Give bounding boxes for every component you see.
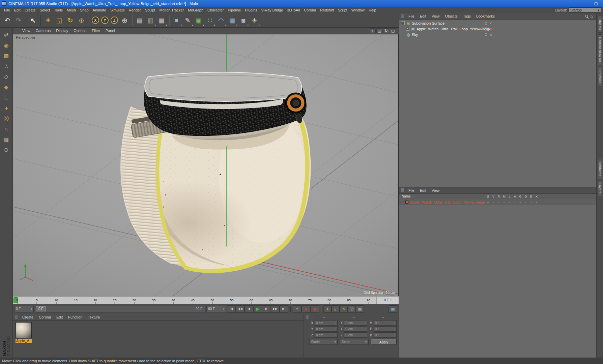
object-manager-menu-item[interactable]: Bookmarks	[473, 14, 497, 18]
spline-pen-icon[interactable]: ✎ ▾	[182, 14, 193, 27]
layer-color-swatch[interactable]	[405, 201, 408, 204]
layer-toggle-icon[interactable]: ▪	[496, 201, 501, 204]
coordinate-input[interactable]: 0 cm ↕	[344, 332, 367, 338]
render-view-icon[interactable]: ▤	[134, 14, 145, 27]
stepper-icon[interactable]: ↕	[394, 322, 395, 325]
coordinate-column-header[interactable]: --	[311, 315, 338, 320]
stepper-icon[interactable]: ↕	[365, 334, 366, 337]
menu-item[interactable]: Edit	[12, 8, 23, 12]
layer-list[interactable]: Apple_Watch_Ultra_Trail_Loop_Yellow-Beig…	[399, 199, 596, 358]
object-tree[interactable]: − ◉ Subdivision Surface ✓ + ▣ Apple_Watc…	[399, 20, 596, 187]
zoom-view-icon[interactable]: ◱	[376, 28, 382, 33]
frame-range-slider[interactable]: 0 F 90 F	[35, 306, 205, 312]
environment-icon[interactable]: ▦ ▾	[227, 14, 238, 27]
material-menu-item[interactable]: Corona	[36, 315, 54, 319]
workplane-mode-icon[interactable]: ∟	[1, 93, 11, 102]
layer-toggle-icon[interactable]: ▪	[507, 201, 512, 204]
panel-grip[interactable]	[15, 29, 18, 33]
stepper-icon[interactable]: ↕	[335, 322, 336, 325]
snap-icon[interactable]: ∩	[1, 124, 11, 133]
coordinate-input[interactable]: 0 cm ↕	[344, 326, 367, 332]
live-selection-icon[interactable]: ↖	[28, 14, 39, 27]
record-scale-toggle[interactable]: ◱	[332, 305, 340, 313]
edges-mode-icon[interactable]: ◇	[1, 72, 11, 81]
viewport-menu-item[interactable]: Filter	[89, 29, 103, 33]
primitive-cube-icon[interactable]: ■ ▾	[171, 14, 182, 27]
subdivision-generator-icon[interactable]: ▣ ▾	[193, 14, 204, 27]
current-frame-field[interactable]: 0 F ▴▾	[376, 297, 399, 304]
coordinate-system-icon[interactable]: ⊕	[119, 14, 130, 27]
last-tool-icon[interactable]: ⊛	[76, 14, 87, 27]
stepper-icon[interactable]: ↕	[335, 334, 336, 337]
menu-item[interactable]: Select	[38, 8, 52, 12]
record-rotation-toggle[interactable]: ↻	[340, 305, 348, 313]
redo-icon[interactable]: ↷	[13, 14, 24, 27]
axis-modification-icon[interactable]: +	[1, 103, 11, 113]
menu-item[interactable]: Sculpt	[143, 8, 157, 12]
goto-start-button[interactable]: |◀	[227, 305, 236, 313]
workplane-icon[interactable]: ⊙	[1, 145, 11, 154]
menu-item[interactable]: Render	[127, 8, 143, 12]
object-name-label[interactable]: Sky	[412, 33, 418, 37]
goto-end-button[interactable]: ▶|	[280, 305, 288, 313]
stepper-icon[interactable]: ▴▾	[223, 307, 224, 311]
side-tab[interactable]: Content Browser	[598, 34, 602, 65]
menu-item[interactable]: Corona	[302, 8, 318, 12]
toggle-view-icon[interactable]: ▢	[390, 28, 396, 33]
material-menu-item[interactable]: Create	[20, 315, 36, 319]
solo-mode-icon[interactable]: Ⓢ	[1, 114, 11, 123]
texture-mode-icon[interactable]: ▨	[1, 51, 11, 60]
next-frame-button[interactable]: ▶	[262, 305, 271, 313]
material-menu-item[interactable]: Edit	[54, 315, 65, 319]
play-button[interactable]: ▶	[253, 305, 262, 313]
start-frame-field[interactable]: 0 F ▴▾	[14, 306, 34, 312]
menu-item[interactable]: Tools	[52, 8, 65, 12]
next-key-button[interactable]: ▶▶	[271, 305, 280, 313]
menu-item[interactable]: Create	[23, 8, 38, 12]
coordinate-input[interactable]: 0 cm ↕	[315, 320, 338, 326]
coordinate-input[interactable]: 0 ° ↕	[374, 332, 397, 338]
object-status-icon[interactable]: ■	[489, 27, 493, 31]
panel-grip[interactable]	[401, 188, 404, 192]
end-frame-field[interactable]: 90 F ▴▾	[206, 306, 226, 312]
coordinate-mode-dropdown[interactable]: World ▾	[309, 339, 338, 345]
layer-toggle-icon[interactable]: ▪	[523, 201, 528, 204]
scale-icon[interactable]: ◱	[54, 14, 65, 27]
make-editable-icon[interactable]: ⇄	[1, 30, 11, 39]
material-menu-item[interactable]: Function	[65, 315, 85, 319]
object-manager-menu-item[interactable]: View	[429, 14, 442, 18]
move-icon[interactable]: +	[42, 14, 54, 27]
tree-expander-icon[interactable]: −	[401, 21, 405, 25]
layer-manager-menu-item[interactable]: File	[406, 188, 417, 192]
visibility-dots-icon[interactable]	[485, 33, 487, 36]
side-tab[interactable]: Structure	[598, 67, 602, 86]
pan-view-icon[interactable]: +	[370, 28, 376, 33]
light-icon[interactable]: ☀ ▾	[249, 14, 260, 27]
previous-frame-button[interactable]: ◀	[245, 305, 253, 313]
lock-z-axis-button[interactable]: Z	[111, 17, 118, 24]
menu-item[interactable]: Character	[205, 8, 226, 12]
layer-name-label[interactable]: Apple_Watch_Ultra_Trail_Loop_Yellow-Beig…	[410, 200, 485, 204]
viewport[interactable]: Perspective Grid Spacing : 10 cm	[13, 34, 399, 296]
menu-item[interactable]: Simulate	[108, 8, 127, 12]
apply-button[interactable]: Apply	[371, 339, 397, 345]
record-pla-toggle[interactable]: ▦	[356, 305, 364, 313]
material-item[interactable]: Apple_V	[16, 322, 32, 356]
menu-item[interactable]: Animate	[91, 8, 108, 12]
menu-item[interactable]: Redshift	[318, 8, 336, 12]
panel-grip[interactable]	[306, 315, 309, 319]
visibility-dots-icon[interactable]	[485, 22, 487, 25]
menu-item[interactable]: Pipeline	[226, 8, 243, 12]
object-status-icon[interactable]: ■	[489, 33, 493, 36]
undo-icon[interactable]: ↶	[2, 14, 13, 27]
menu-item[interactable]: Motion Tracker	[157, 8, 186, 12]
layer-row[interactable]: Apple_Watch_Ultra_Trail_Loop_Yellow-Beig…	[399, 199, 596, 205]
stepper-icon[interactable]: ↕	[365, 322, 366, 325]
layer-toggle-icon[interactable]: ▪	[528, 201, 534, 204]
viewport-menu-item[interactable]: View	[20, 29, 33, 33]
keyframe-presets-icon[interactable]: ▦	[389, 305, 397, 313]
material-menu-item[interactable]: Texture	[85, 315, 103, 319]
stepper-icon[interactable]: ▴▾	[31, 307, 32, 311]
viewport-camera-label[interactable]: Perspective	[16, 35, 35, 39]
layer-toggle-icon[interactable]: ▪	[501, 201, 507, 204]
